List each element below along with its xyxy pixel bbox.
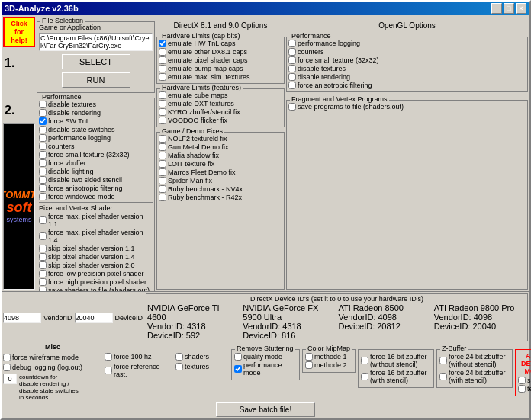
checkbox-2[interactable] <box>39 245 47 252</box>
checkbox-0[interactable] <box>159 135 166 143</box>
checkbox-2[interactable] <box>39 117 47 125</box>
misc-textures-cb[interactable] <box>175 363 183 370</box>
color-mip-method1: methode 1 <box>305 353 352 361</box>
checkbox-0[interactable] <box>39 216 47 224</box>
checkbox-label-4: performance logging <box>48 134 111 142</box>
misc-refrast-cb[interactable] <box>105 367 112 374</box>
checkbox-row-2: KYRO zbuffer/stencil fix <box>159 108 282 116</box>
checkbox-4[interactable] <box>159 73 166 81</box>
checkbox-5[interactable] <box>39 270 47 277</box>
game-fixes-title: Game / Demo Fixes <box>160 127 224 135</box>
checkbox-3[interactable] <box>39 126 47 133</box>
misc-debug-cb[interactable] <box>3 364 11 371</box>
force-16bit-nostencil-cb[interactable] <box>361 357 368 364</box>
click-help-button[interactable]: Clickforhelp! <box>3 17 35 47</box>
fragment-group: Fragment and Vertex Programs save progra… <box>286 100 528 290</box>
checkbox-1[interactable] <box>159 143 166 151</box>
save-batch-button[interactable]: Save batch file! <box>216 402 315 417</box>
select-button[interactable]: SELECT <box>62 54 130 69</box>
checkbox-row-3: LOIT texture fix <box>159 160 282 168</box>
checkbox-1[interactable] <box>288 48 296 56</box>
force-24bit-nostencil-cb[interactable] <box>439 357 447 364</box>
checkbox-7[interactable] <box>39 287 47 291</box>
hw-limits-caps-group: Hardvare Limits (cap bits) emulate HW Tn… <box>156 37 285 84</box>
opengl-options: performance loggingcountersforce small t… <box>288 40 526 89</box>
checkbox-5[interactable] <box>288 82 296 89</box>
checkbox-row-1: emulate other DX8.1 caps <box>159 48 282 56</box>
maximize-button[interactable]: □ <box>504 3 514 14</box>
device-ati-8500: ATI Radeon 8500 VendorID: 4098 DeviceID:… <box>339 303 431 340</box>
device-list: NVIDIA GeForce TI 4600 VendorID: 4318 De… <box>147 303 526 340</box>
checkbox-2[interactable] <box>159 152 166 159</box>
minimize-button[interactable]: _ <box>491 3 502 14</box>
checkbox-3[interactable] <box>159 65 166 72</box>
checkbox-0[interactable] <box>159 91 166 99</box>
checkbox-6[interactable] <box>39 278 47 286</box>
checkbox-4[interactable] <box>159 168 166 176</box>
checkbox-4[interactable] <box>39 261 47 269</box>
checkbox-6[interactable] <box>159 185 166 193</box>
checkbox-2[interactable] <box>159 56 166 64</box>
checkbox-1[interactable] <box>159 48 166 56</box>
misc-textures: textures <box>175 363 229 370</box>
checkbox-3[interactable] <box>159 117 166 124</box>
misc-middle: force 100 hz force reference rast. <box>105 343 173 379</box>
checkbox-0[interactable] <box>39 101 47 108</box>
checkbox-label-2: KYRO zbuffer/stencil fix <box>168 108 240 116</box>
checkbox-label-7: save shaders to file (shaders.out) <box>48 287 150 291</box>
misc-shaders-cb[interactable] <box>175 353 183 361</box>
checkbox-3[interactable] <box>39 253 47 261</box>
checkbox-8[interactable] <box>39 168 47 175</box>
device-id-input[interactable] <box>75 313 113 323</box>
checkbox-4[interactable] <box>288 73 296 81</box>
misc-100hz-cb[interactable] <box>105 353 112 361</box>
performance-mode-cb[interactable] <box>234 365 242 373</box>
checkbox-4[interactable] <box>39 134 47 142</box>
close-button[interactable]: × <box>516 3 526 14</box>
checkbox-2[interactable] <box>159 108 166 116</box>
checkbox-1[interactable] <box>159 100 166 107</box>
force-16bit-stencil-cb[interactable] <box>361 373 368 380</box>
checkbox-1[interactable] <box>39 232 47 240</box>
anti-detect-textures-cb[interactable] <box>518 385 526 393</box>
color-mip-method2-cb[interactable] <box>305 361 313 369</box>
main-content: Clickforhelp! 1. 2. TOMMTI soft systems … <box>2 15 529 291</box>
misc-wireframe-cb[interactable] <box>3 354 11 361</box>
vendor-id-label: VendorID <box>43 314 72 322</box>
checkbox-0[interactable] <box>288 103 296 111</box>
checkbox-label-0: force max. pixel shader version 1.1 <box>48 213 153 228</box>
force-24bit-stencil-cb[interactable] <box>439 373 447 380</box>
directx-ids-group: DirectX Device ID's (set it to 0 to use … <box>146 293 528 341</box>
checkbox-7[interactable] <box>39 159 47 167</box>
run-button[interactable]: RUN <box>62 72 130 88</box>
anti-detect-shaders-cb[interactable] <box>518 377 526 384</box>
checkbox-0[interactable] <box>288 40 296 47</box>
checkbox-row-4: skip pixel shader version 2.0 <box>39 261 153 269</box>
checkbox-11[interactable] <box>39 193 47 200</box>
checkbox-1[interactable] <box>39 109 47 117</box>
countdown-input[interactable] <box>3 374 17 384</box>
checkbox-10[interactable] <box>39 184 47 192</box>
misc-refrast-label: force reference rast. <box>114 363 173 378</box>
checkbox-row-9: disable two sided stencil <box>39 176 153 184</box>
device-nvidia-fx-vendor: VendorID: 4318 <box>243 322 335 331</box>
checkbox-label-10: force anisotropic filtering <box>48 184 123 192</box>
checkbox-5[interactable] <box>39 143 47 150</box>
title-bar: 3D-Analyze v2.36b _ □ × <box>2 2 529 15</box>
checkbox-6[interactable] <box>39 151 47 159</box>
checkbox-3[interactable] <box>159 160 166 168</box>
misc-checkboxes: force wireframe mode debug logging (log.… <box>3 353 102 372</box>
checkbox-0[interactable] <box>159 40 166 47</box>
checkbox-3[interactable] <box>288 65 296 72</box>
device-ati-8500-device: DeviceID: 20812 <box>339 322 431 331</box>
checkbox-label-8: disable lighting <box>48 168 94 175</box>
checkbox-label-6: force small texture (32x32) <box>48 151 130 159</box>
checkbox-9[interactable] <box>39 176 47 184</box>
vendor-id-input[interactable] <box>3 313 41 323</box>
checkbox-2[interactable] <box>288 56 296 64</box>
checkbox-5[interactable] <box>159 177 166 184</box>
checkbox-7[interactable] <box>159 194 166 201</box>
color-mip-method1-cb[interactable] <box>305 353 313 361</box>
checkbox-row-3: skip pixel shader version 1.4 <box>39 253 153 261</box>
quality-mode-cb[interactable] <box>234 353 242 361</box>
